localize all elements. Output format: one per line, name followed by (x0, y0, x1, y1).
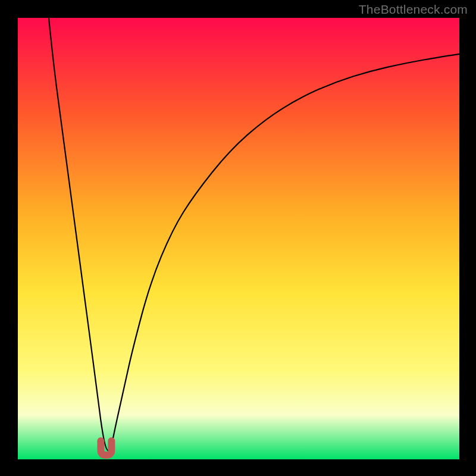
chart-frame: TheBottleneck.com (0, 0, 476, 476)
plot-background (18, 18, 459, 459)
watermark-text: TheBottleneck.com (359, 2, 468, 17)
bottleneck-chart (0, 0, 476, 476)
